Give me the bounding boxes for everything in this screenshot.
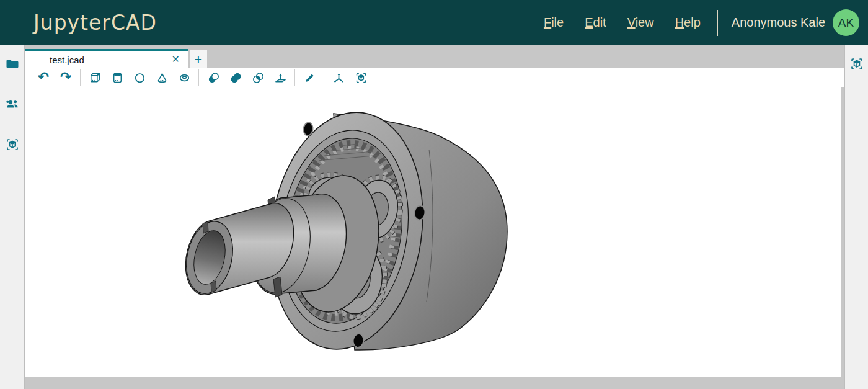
menu-help[interactable]: Help bbox=[675, 16, 701, 30]
new-box-button[interactable] bbox=[84, 69, 106, 86]
collaborators-button[interactable] bbox=[4, 96, 20, 112]
app-logo: JupyterCAD bbox=[33, 11, 157, 35]
menu-file[interactable]: File bbox=[544, 16, 564, 30]
boolean-union-button[interactable] bbox=[224, 69, 247, 86]
union-icon bbox=[229, 71, 242, 84]
cube-scan-icon bbox=[355, 71, 368, 84]
left-sidebar bbox=[0, 45, 25, 389]
sketcher-button[interactable] bbox=[298, 69, 321, 86]
menu-edit[interactable]: Edit bbox=[585, 16, 606, 30]
redo-icon: ↷ bbox=[60, 70, 71, 83]
undo-button[interactable]: ↶ bbox=[32, 69, 55, 86]
toolbar-separator bbox=[80, 69, 81, 86]
toolbar-separator bbox=[324, 69, 324, 86]
pencil-icon bbox=[303, 71, 316, 84]
folder-icon bbox=[5, 56, 20, 71]
cut-icon bbox=[207, 71, 220, 84]
cad-toolbar: ↶ ↷ bbox=[25, 68, 844, 87]
torus-icon bbox=[178, 71, 191, 84]
menu-view[interactable]: View bbox=[627, 16, 654, 30]
new-tab-button[interactable]: + bbox=[190, 50, 207, 68]
objects-properties-button[interactable] bbox=[849, 56, 865, 72]
new-cylinder-button[interactable] bbox=[106, 69, 128, 86]
menubar: File Edit View Help bbox=[544, 16, 701, 30]
right-sidebar bbox=[844, 45, 868, 389]
new-cone-button[interactable] bbox=[151, 69, 173, 86]
new-torus-button[interactable] bbox=[173, 69, 195, 86]
users-icon bbox=[5, 97, 20, 112]
tab-test-jcad[interactable]: test.jcad ✕ bbox=[25, 49, 188, 68]
boolean-cut-button[interactable] bbox=[202, 69, 224, 86]
exploded-view-button[interactable] bbox=[350, 69, 372, 86]
boolean-intersection-button[interactable] bbox=[247, 69, 269, 86]
box-icon bbox=[89, 71, 102, 84]
user-name: Anonymous Kale bbox=[732, 16, 825, 30]
intersection-icon bbox=[252, 71, 265, 84]
toolbar-separator bbox=[294, 69, 295, 86]
planetary-gearbox-model bbox=[25, 87, 840, 377]
objects-panel-button[interactable] bbox=[4, 136, 20, 153]
extrusion-button[interactable] bbox=[269, 69, 291, 86]
viewport-3d-canvas[interactable] bbox=[25, 87, 841, 377]
user-avatar[interactable]: AK bbox=[833, 9, 859, 36]
toolbar-separator bbox=[198, 69, 199, 86]
sphere-icon bbox=[133, 71, 146, 84]
undo-icon: ↶ bbox=[38, 70, 49, 83]
cylinder-icon bbox=[111, 71, 124, 84]
tab-label: test.jcad bbox=[50, 55, 84, 65]
top-menu-bar: JupyterCAD File Edit View Help Anonymous… bbox=[0, 0, 868, 45]
cone-icon bbox=[156, 71, 169, 84]
redo-button[interactable]: ↷ bbox=[55, 69, 77, 86]
axes-icon bbox=[332, 71, 345, 84]
cube-scan-icon bbox=[5, 137, 20, 152]
file-browser-button[interactable] bbox=[4, 56, 20, 72]
tab-bar: test.jcad ✕ + bbox=[25, 45, 844, 68]
new-sphere-button[interactable] bbox=[128, 69, 151, 86]
cube-scan-icon bbox=[849, 56, 864, 71]
axes-helper-button[interactable] bbox=[327, 69, 350, 86]
extrude-icon bbox=[274, 71, 287, 84]
topbar-divider bbox=[717, 10, 718, 36]
tab-close-icon[interactable]: ✕ bbox=[172, 55, 180, 65]
